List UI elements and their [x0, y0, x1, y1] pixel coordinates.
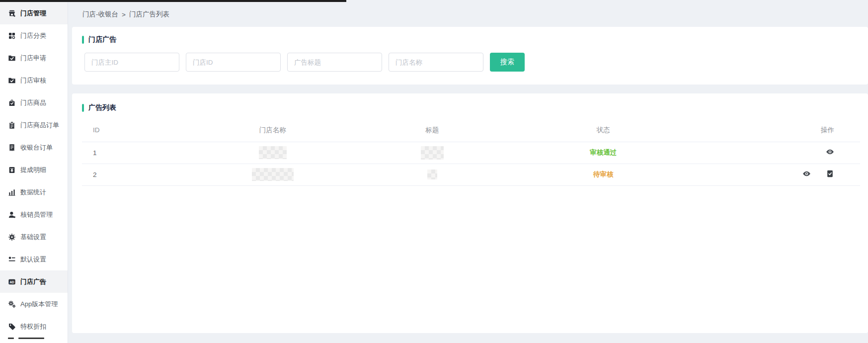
ad-title-input[interactable]	[287, 53, 382, 72]
sidebar: 门店管理 门店分类 门店申请 门店审核 门店商品 门店商品订单 收银台订单 提成…	[0, 2, 68, 343]
search-button[interactable]: 搜索	[490, 53, 525, 72]
main-content: 门店-收银台 > 门店广告列表 门店广告 搜索 广告列表 ID	[69, 2, 868, 343]
title-accent-bar	[82, 36, 84, 44]
folder-check-icon	[8, 77, 16, 85]
sidebar-item-data-statistics[interactable]: 数据统计	[0, 181, 68, 203]
svg-text:AD: AD	[9, 280, 14, 283]
cell-title	[386, 164, 479, 185]
breadcrumb-page: 门店广告列表	[129, 10, 169, 19]
sidebar-item-label: 门店广告	[20, 277, 46, 286]
redacted-ad-title	[427, 170, 437, 179]
sidebar-item-label: 默认设置	[20, 255, 46, 264]
tag-icon	[8, 323, 16, 331]
redacted-store-name	[259, 146, 287, 159]
col-header-store-name: 门店名称	[160, 119, 386, 142]
store-owner-id-input[interactable]	[84, 53, 179, 72]
ad-badge-icon: AD	[8, 278, 16, 286]
cell-id: 1	[82, 142, 160, 164]
sidebar-item-default-settings[interactable]: 默认设置	[0, 248, 68, 270]
clipboard-icon	[8, 121, 16, 129]
sidebar-item-basic-settings[interactable]: 基础设置	[0, 226, 68, 248]
ad-list-panel: 广告列表 ID 门店名称 标题 状态 操作 1	[72, 93, 868, 333]
sidebar-item-label: 门店申请	[20, 54, 46, 63]
search-panel-title: 门店广告	[82, 35, 856, 44]
yen-card-icon	[8, 166, 16, 174]
sidebar-item-store-goods-orders[interactable]: 门店商品订单	[0, 114, 68, 136]
sidebar-item-verifier-management[interactable]: 核销员管理	[0, 203, 68, 226]
bar-chart-icon	[8, 188, 16, 196]
audit-check-icon[interactable]	[826, 170, 834, 178]
col-header-status: 状态	[479, 119, 728, 142]
redacted-store-name	[252, 168, 294, 181]
cell-actions	[728, 164, 860, 185]
sidebar-item-app-version[interactable]: App版本管理	[0, 293, 68, 315]
cell-store-name	[160, 164, 386, 185]
sidebar-item-store-management[interactable]: 门店管理	[0, 2, 68, 24]
breadcrumb: 门店-收银台 > 门店广告列表	[69, 2, 868, 27]
col-header-title: 标题	[386, 119, 479, 142]
bag-check-icon	[8, 99, 16, 107]
sidebar-item-label: 核销员管理	[20, 210, 53, 219]
search-panel: 门店广告 搜索	[72, 27, 868, 85]
window-edge-artifact	[0, 0, 346, 2]
receipt-icon	[8, 144, 16, 152]
cell-status: 待审核	[479, 164, 728, 185]
sidebar-item-cashier-orders[interactable]: 收银台订单	[0, 136, 68, 159]
cell-status: 审核通过	[479, 142, 728, 164]
table-header-row: ID 门店名称 标题 状态 操作	[82, 119, 860, 142]
store-name-input[interactable]	[389, 53, 483, 72]
table-row: 1 审核通过	[82, 142, 860, 164]
breadcrumb-separator: >	[122, 11, 126, 18]
sidebar-item-store-category[interactable]: 门店分类	[0, 24, 68, 47]
sidebar-item-label: 门店商品	[20, 98, 46, 107]
view-icon[interactable]	[826, 148, 834, 156]
table-row: 2 待审核	[82, 164, 860, 185]
ad-table: ID 门店名称 标题 状态 操作 1 审核通过	[82, 119, 860, 186]
sidebar-item-store-application[interactable]: 门店申请	[0, 47, 68, 69]
sidebar-item-label: 基础设置	[20, 233, 46, 242]
folder-check-icon	[8, 54, 16, 62]
sidebar-item-label: 门店分类	[20, 31, 46, 40]
sidebar-item-commission-detail[interactable]: 提成明细	[0, 159, 68, 181]
sidebar-item-label: 门店审核	[20, 76, 46, 85]
sidebar-item-store-ads[interactable]: AD 门店广告	[0, 270, 68, 293]
sidebar-item-label: 提成明细	[20, 166, 46, 174]
sidebar-item-label: App版本管理	[20, 300, 58, 309]
status-badge: 待审核	[593, 171, 614, 178]
view-icon[interactable]	[802, 170, 811, 178]
cogs-icon	[8, 300, 16, 308]
cell-title	[386, 142, 479, 164]
sidebar-item-label: 特权折扣	[20, 322, 46, 331]
ad-list-title: 广告列表	[72, 103, 868, 112]
store-id-input[interactable]	[186, 53, 281, 72]
col-header-id: ID	[82, 119, 160, 142]
sliders-icon	[8, 256, 16, 263]
cell-actions	[728, 142, 860, 164]
cell-store-name	[160, 142, 386, 164]
sidebar-item-store-goods[interactable]: 门店商品	[0, 91, 68, 114]
breadcrumb-section: 门店-收银台	[82, 10, 118, 19]
sidebar-item-store-audit[interactable]: 门店审核	[0, 69, 68, 91]
category-grid-icon	[8, 32, 16, 40]
gear-icon	[8, 233, 16, 241]
sidebar-item-label: 收银台订单	[20, 143, 53, 152]
cell-id: 2	[82, 164, 160, 185]
store-icon	[8, 9, 16, 17]
title-accent-bar	[82, 104, 84, 112]
sidebar-item-clipped	[0, 338, 68, 343]
sidebar-item-privilege-discount[interactable]: 特权折扣	[0, 315, 68, 338]
user-icon	[8, 211, 16, 219]
sidebar-item-label: 门店管理	[20, 9, 46, 18]
status-badge: 审核通过	[590, 149, 617, 156]
redacted-ad-title	[421, 146, 444, 160]
col-header-actions: 操作	[728, 119, 860, 142]
sidebar-item-label: 门店商品订单	[20, 121, 59, 130]
sidebar-item-label: 数据统计	[20, 188, 46, 197]
